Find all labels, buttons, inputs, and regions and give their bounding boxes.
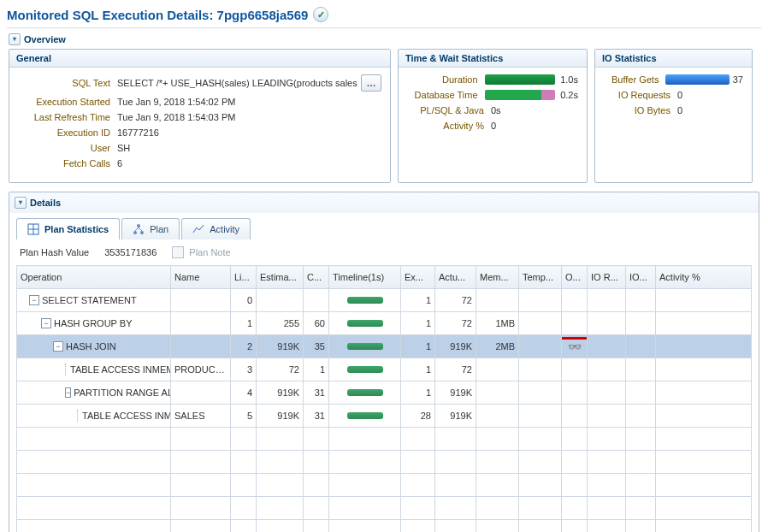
plan-hash-label: Plan Hash Value [20, 247, 89, 257]
cell: 1 [231, 312, 257, 335]
cell: 1 [401, 312, 435, 335]
grid-icon [27, 223, 39, 235]
other-cell [562, 405, 588, 428]
cell [626, 335, 656, 358]
svg-point-4 [133, 231, 137, 234]
chevron-down-icon[interactable]: ▾ [15, 197, 27, 209]
tab-plan-label: Plan [150, 224, 168, 234]
table-row [17, 474, 752, 497]
tab-activity-label: Activity [210, 224, 239, 234]
cell [171, 289, 231, 312]
binoculars-icon[interactable]: 👓 [568, 340, 582, 353]
cell [656, 381, 752, 405]
cell: 1 [401, 335, 435, 358]
plan-note-toggle[interactable]: Plan Note [172, 246, 230, 258]
col-mem[interactable]: Mem... [476, 266, 519, 289]
col-estim[interactable]: Estima... [257, 266, 304, 289]
tree-collapse-icon[interactable]: − [41, 318, 51, 328]
cell: 4 [231, 381, 257, 405]
svg-line-6 [135, 228, 139, 231]
table-row[interactable]: −SELECT STATEMENT0172 [17, 289, 752, 312]
cell [257, 289, 304, 312]
cell [476, 289, 519, 312]
col-io[interactable]: IO... [626, 266, 656, 289]
overview-header[interactable]: ▾ Overview [7, 28, 761, 49]
cell [588, 312, 626, 335]
other-cell: 👓 [562, 335, 588, 358]
svg-line-7 [139, 228, 142, 231]
time-wait-panel: Time & Wait Statistics Duration 1.0s Dat… [398, 49, 588, 183]
cell [588, 381, 626, 405]
tab-plan[interactable]: Plan [121, 218, 180, 239]
table-row[interactable]: −PARTITION RANGE ALL4919K311919K [17, 381, 752, 405]
sql-text-value: SELECT /*+ USE_HASH(sales) LEADING(produ… [117, 78, 357, 88]
operation-text: HASH GROUP BY [54, 318, 133, 328]
cell: PRODUCTS [171, 358, 231, 381]
col-name[interactable]: Name [171, 266, 231, 289]
tab-activity[interactable]: Activity [181, 218, 251, 239]
timeline-cell [329, 358, 401, 381]
cell [304, 289, 329, 312]
plsql-label: PL/SQL & Java [407, 105, 491, 115]
table-row [17, 428, 752, 451]
cell: 1MB [476, 312, 519, 335]
plan-table[interactable]: Operation Name Li... Estima... C... Time… [16, 265, 752, 532]
chart-line-icon [192, 223, 204, 235]
col-ior[interactable]: IO R... [588, 266, 626, 289]
operation-text: PARTITION RANGE ALL [74, 387, 170, 398]
tree-collapse-icon[interactable]: − [53, 341, 63, 352]
buffer-gets-value: 37 [733, 74, 743, 85]
cell: SALES [171, 405, 231, 428]
db-time-label: Database Time [407, 90, 485, 100]
last-refresh-label: Last Refresh Time [18, 112, 117, 122]
io-stats-panel: IO Statistics Buffer Gets 37 IO Requests… [594, 49, 753, 183]
cell [476, 358, 519, 381]
table-row[interactable]: TABLE ACCESS INMEM...PRODUCTS3721172 [17, 358, 752, 381]
timeline-bar-icon [347, 343, 383, 350]
page-title-bar: Monitored SQL Execution Details: 7pgp665… [7, 3, 761, 28]
sql-text-expand-button[interactable]: … [361, 74, 381, 92]
other-cell [562, 312, 588, 335]
col-ex[interactable]: Ex... [401, 266, 435, 289]
cell [476, 405, 519, 428]
col-operation[interactable]: Operation [17, 266, 171, 289]
cell: 919K [257, 405, 304, 428]
timeline-cell [329, 312, 401, 335]
col-actu[interactable]: Actu... [435, 266, 476, 289]
col-o[interactable]: O... [562, 266, 588, 289]
plan-hash-value: 3535171836 [104, 247, 157, 257]
cell [519, 381, 562, 405]
io-requests-value: 0 [677, 90, 682, 100]
cell: 919K [435, 405, 476, 428]
table-row[interactable]: TABLE ACCESS INM...SALES5919K3128919K [17, 405, 752, 428]
table-row [17, 497, 752, 520]
timeline-bar-icon [347, 389, 383, 396]
cell [171, 312, 231, 335]
duration-bar [485, 74, 556, 85]
exec-started-value: Tue Jan 9, 2018 1:54:02 PM [117, 97, 235, 107]
cell: 35 [304, 335, 329, 358]
cell: 28 [401, 405, 435, 428]
cell [588, 405, 626, 428]
svg-point-3 [137, 224, 140, 228]
table-row[interactable]: −HASH JOIN2919K351919K2MB👓 [17, 335, 752, 358]
col-timeline[interactable]: Timeline(1s) [329, 266, 401, 289]
cell: 919K [257, 335, 304, 358]
col-activity[interactable]: Activity % [656, 266, 752, 289]
plsql-value: 0s [491, 105, 501, 115]
col-temp[interactable]: Temp... [519, 266, 562, 289]
cell: 0 [231, 289, 257, 312]
time-wait-heading: Time & Wait Statistics [399, 50, 587, 68]
col-c[interactable]: C... [304, 266, 329, 289]
details-header[interactable]: ▾ Details [9, 192, 759, 213]
tree-collapse-icon[interactable]: − [65, 387, 71, 398]
table-row[interactable]: −HASH GROUP BY1255601721MB [17, 312, 752, 335]
tree-collapse-icon[interactable]: − [29, 295, 39, 305]
chevron-down-icon[interactable]: ▾ [9, 33, 21, 45]
timeline-cell [329, 289, 401, 312]
tab-plan-statistics[interactable]: Plan Statistics [16, 218, 120, 239]
fetch-calls-label: Fetch Calls [18, 158, 117, 168]
col-li[interactable]: Li... [231, 266, 257, 289]
timeline-bar-icon [347, 320, 383, 327]
cell [519, 358, 562, 381]
